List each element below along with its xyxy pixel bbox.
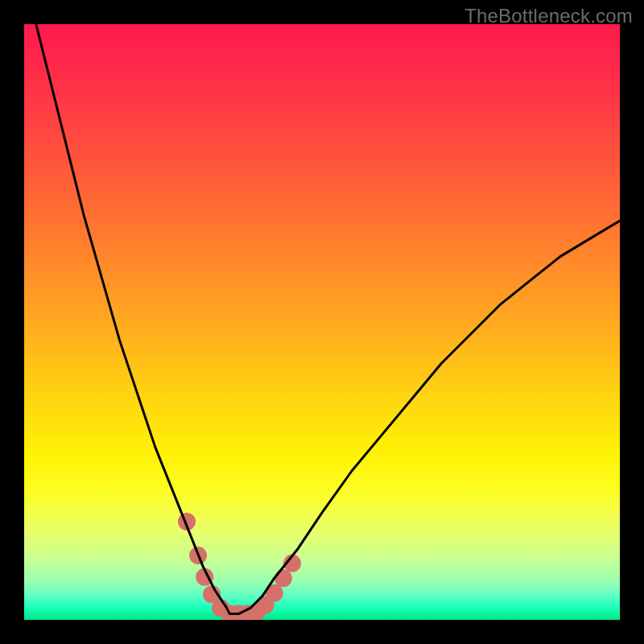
bottleneck-curve-path bbox=[36, 24, 620, 614]
marker-dot bbox=[275, 569, 292, 587]
chart-frame: TheBottleneck.com bbox=[0, 0, 644, 644]
plot-area bbox=[24, 24, 620, 620]
curve-layer bbox=[24, 24, 620, 620]
